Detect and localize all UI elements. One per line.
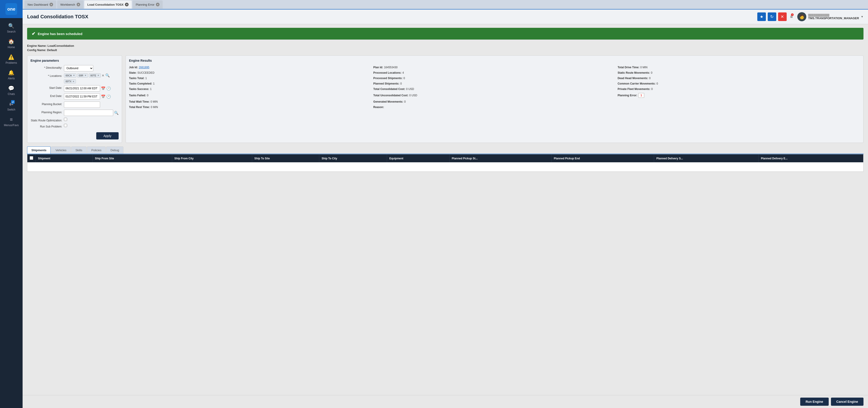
directionality-control: Outbound Inbound Both: [64, 65, 119, 71]
result-value-12: 1: [150, 87, 152, 91]
tab-close-workbench[interactable]: ✕: [76, 3, 80, 6]
run-sub-problem-control: [64, 124, 119, 127]
result-row-17: Planning Error: 1: [618, 92, 860, 98]
refresh-button[interactable]: ↻: [768, 12, 776, 21]
data-tab-debug[interactable]: Debug: [106, 146, 123, 154]
tab-planning-error[interactable]: Planning Error✕: [133, 0, 163, 8]
result-link-0[interactable]: 2661895: [139, 66, 149, 69]
start-date-input[interactable]: [64, 85, 100, 91]
user-area[interactable]: 🧑 ████████████ TMS.TRANSPORTATION_MANAGE…: [797, 12, 864, 21]
planning-region-search-icon[interactable]: 🔍: [114, 111, 119, 115]
search-locations-button[interactable]: 🔍: [105, 73, 110, 78]
planning-region-input[interactable]: [64, 110, 113, 116]
static-route-checkbox[interactable]: [64, 118, 67, 121]
data-section: ShipmentsVehiclesSkillsPoliciesDebug Shi…: [27, 146, 864, 172]
sidebar-item-problems[interactable]: ⚠️Problems: [4, 52, 19, 67]
tab-close-planning-error[interactable]: ✕: [156, 3, 159, 6]
data-tab-policies[interactable]: Policies: [87, 146, 106, 154]
result-row-14: Private Fleet Movements: 0: [618, 87, 860, 91]
table-empty-row: [27, 162, 863, 171]
star-button[interactable]: ★: [757, 12, 766, 21]
tab-label-load-consolidation: Load Consolidation TOSX: [87, 3, 124, 6]
remove-00CA[interactable]: ✕: [73, 74, 75, 77]
result-row-20: [618, 99, 860, 104]
result-row-0: Job Id: 2661895: [129, 65, 371, 69]
tab-workbench[interactable]: Workbench✕: [57, 0, 83, 8]
data-tab-shipments[interactable]: Shipments: [27, 146, 51, 154]
remove-00R[interactable]: ✕: [85, 74, 86, 77]
remove-00TE[interactable]: ✕: [97, 74, 99, 77]
engine-name-value: LoadConsolidation: [48, 44, 74, 48]
header-actions: ★ ↻ ✕ ≡ 1 🧑 ████████████ TMS.TRANSPORTAT…: [757, 12, 864, 21]
end-date-calendar-icon[interactable]: 📅: [101, 94, 105, 99]
engine-results-panel: Engine Results Job Id: 2661895Plan Id: 1…: [126, 55, 864, 143]
shipments-table: ShipmentShip From SiteShip From CityShip…: [27, 154, 863, 172]
sidebar-item-menus[interactable]: ≡Menus/Favs: [4, 114, 19, 129]
tab-close-neo-dashboard[interactable]: ✕: [50, 3, 53, 6]
alerts-icon: 🔔: [8, 70, 14, 76]
run-engine-button[interactable]: Run Engine: [800, 398, 829, 406]
planning-bucket-input[interactable]: [64, 101, 100, 108]
result-label-3: State:: [129, 71, 136, 75]
end-date-input[interactable]: [64, 93, 100, 100]
result-row-11: Common Carrier Movements: 0: [618, 81, 860, 86]
select-all-checkbox[interactable]: [30, 156, 33, 160]
app-logo: one: [5, 3, 17, 15]
directionality-select[interactable]: Outbound Inbound Both: [64, 65, 93, 71]
run-sub-problem-label: Run Sub Problem:: [31, 124, 62, 128]
user-dropdown-icon[interactable]: ▼: [861, 15, 864, 18]
remove-00TX[interactable]: ✕: [72, 80, 74, 83]
result-row-23: [618, 105, 860, 109]
start-date-clock-icon[interactable]: 🕐: [106, 86, 111, 91]
data-tab-skills[interactable]: Skills: [71, 146, 87, 154]
tab-label-neo-dashboard: Neo Dashboard: [28, 3, 48, 6]
result-row-12: Tasks Success: 1: [129, 87, 371, 91]
apply-button[interactable]: Apply: [96, 132, 119, 140]
start-date-calendar-icon[interactable]: 📅: [101, 86, 105, 91]
planning-bucket-row: Planning Bucket:: [31, 101, 119, 108]
engine-results-title: Engine Results: [129, 59, 860, 62]
table-wrapper: ShipmentShip From SiteShip From CityShip…: [27, 154, 864, 172]
tab-label-workbench: Workbench: [60, 3, 75, 6]
sidebar-item-alerts[interactable]: 🔔Alerts: [4, 67, 19, 83]
tab-neo-dashboard[interactable]: Neo Dashboard✕: [24, 0, 56, 8]
sidebar-item-chats[interactable]: 💬Chats: [4, 83, 19, 98]
result-label-21: Total Rest Time:: [129, 106, 150, 109]
result-label-12: Tasks Success:: [129, 87, 149, 91]
page-title: Load Consolidation TOSX: [27, 14, 88, 20]
static-route-control: [64, 118, 119, 121]
user-role: TMS.TRANSPORTATION_MANAGER: [808, 17, 859, 20]
problems-icon: ⚠️: [8, 54, 14, 60]
result-row-6: Tasks Total: 1: [129, 76, 371, 81]
close-button[interactable]: ✕: [778, 12, 787, 21]
sidebar-label-search: Search: [7, 30, 16, 33]
tab-load-consolidation[interactable]: Load Consolidation TOSX✕: [84, 0, 132, 8]
locations-label: * Locations:: [31, 73, 62, 78]
sidebar-item-home[interactable]: 🏠Home: [4, 36, 19, 52]
static-route-row: Static Route Optimization:: [31, 118, 119, 122]
notification-dot: 1: [791, 13, 794, 16]
result-value-13: 0 USD: [406, 87, 414, 91]
end-date-clock-icon[interactable]: 🕐: [106, 94, 111, 99]
user-name-blur: ████████████: [808, 14, 859, 17]
data-tab-vehicles[interactable]: Vehicles: [51, 146, 70, 154]
end-date-row: End Date: 📅 🕐: [31, 93, 119, 100]
location-tag-00R: 00R ✕: [77, 74, 88, 78]
result-value-6: 1: [145, 77, 147, 80]
result-row-8: Dead Head Movements: 0: [618, 76, 860, 81]
menu-button[interactable]: ≡ 1: [790, 14, 793, 20]
cancel-engine-button[interactable]: Cancel Engine: [831, 398, 864, 406]
results-grid: Job Id: 2661895Plan Id: 164553430Total D…: [129, 65, 860, 109]
tab-close-load-consolidation[interactable]: ✕: [125, 3, 129, 6]
run-sub-problem-checkbox[interactable]: [64, 124, 67, 127]
success-banner: ✔ Engine has been scheduled: [27, 28, 864, 39]
result-label-1: Plan Id:: [373, 66, 383, 69]
result-row-7: Processed Shipments: 0: [373, 76, 616, 81]
sidebar-item-search[interactable]: 🔍Search: [4, 20, 19, 36]
user-info: ████████████ TMS.TRANSPORTATION_MANAGER: [808, 14, 859, 20]
location-tag-00TE: 00TE ✕: [89, 74, 101, 78]
result-value-21: 0 MIN: [151, 106, 158, 109]
sidebar-item-switch[interactable]: ⇄Switch⇄: [4, 98, 19, 114]
clear-locations-button[interactable]: ✕: [102, 74, 104, 77]
col-header-8: Planned Delivery S...: [654, 154, 758, 162]
